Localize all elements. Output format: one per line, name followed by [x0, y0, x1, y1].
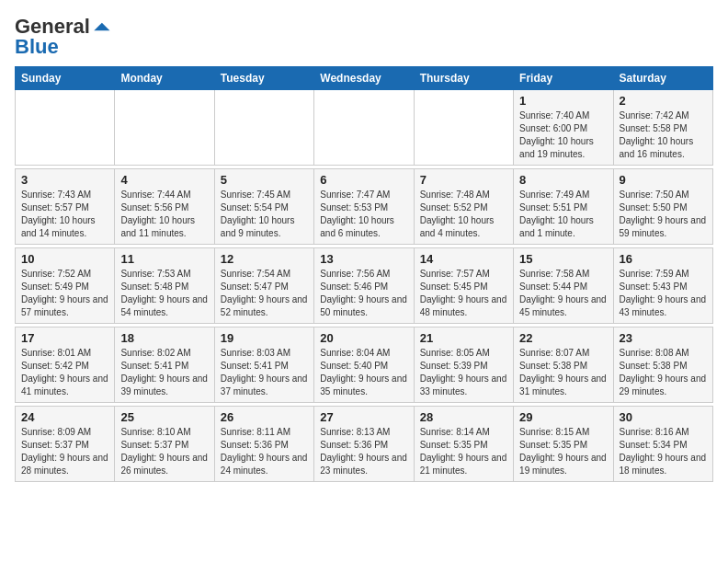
day-number: 27	[320, 410, 407, 424]
svg-marker-0	[94, 23, 109, 31]
day-cell: 5Sunrise: 7:45 AM Sunset: 5:54 PM Daylig…	[214, 169, 313, 245]
day-cell: 12Sunrise: 7:54 AM Sunset: 5:47 PM Dayli…	[214, 248, 313, 324]
day-number: 7	[420, 173, 507, 187]
day-info: Sunrise: 7:57 AM Sunset: 5:45 PM Dayligh…	[420, 268, 507, 319]
day-info: Sunrise: 8:05 AM Sunset: 5:39 PM Dayligh…	[420, 347, 507, 398]
day-info: Sunrise: 8:01 AM Sunset: 5:42 PM Dayligh…	[21, 347, 108, 398]
day-info: Sunrise: 7:52 AM Sunset: 5:49 PM Dayligh…	[21, 268, 108, 319]
col-header-thursday: Thursday	[414, 67, 513, 90]
day-info: Sunrise: 7:44 AM Sunset: 5:56 PM Dayligh…	[120, 189, 208, 240]
day-cell: 11Sunrise: 7:53 AM Sunset: 5:48 PM Dayli…	[115, 248, 214, 324]
day-cell: 21Sunrise: 8:05 AM Sunset: 5:39 PM Dayli…	[414, 327, 513, 403]
col-header-tuesday: Tuesday	[214, 67, 313, 90]
day-cell: 19Sunrise: 8:03 AM Sunset: 5:41 PM Dayli…	[214, 327, 313, 403]
day-info: Sunrise: 8:16 AM Sunset: 5:34 PM Dayligh…	[620, 426, 707, 477]
day-info: Sunrise: 8:04 AM Sunset: 5:40 PM Dayligh…	[320, 347, 407, 398]
day-number: 2	[620, 94, 707, 108]
col-header-friday: Friday	[514, 67, 613, 90]
day-info: Sunrise: 8:02 AM Sunset: 5:41 PM Dayligh…	[120, 347, 208, 398]
day-number: 15	[519, 252, 607, 266]
day-cell: 23Sunrise: 8:08 AM Sunset: 5:38 PM Dayli…	[613, 327, 712, 403]
week-row-3: 10Sunrise: 7:52 AM Sunset: 5:49 PM Dayli…	[16, 248, 713, 324]
day-number: 23	[620, 331, 707, 345]
logo: General Blue	[15, 15, 110, 59]
week-row-1: 1Sunrise: 7:40 AM Sunset: 6:00 PM Daylig…	[16, 90, 713, 166]
week-row-2: 3Sunrise: 7:43 AM Sunset: 5:57 PM Daylig…	[16, 169, 713, 245]
day-number: 4	[120, 173, 208, 187]
day-cell: 20Sunrise: 8:04 AM Sunset: 5:40 PM Dayli…	[314, 327, 414, 403]
day-info: Sunrise: 7:58 AM Sunset: 5:44 PM Dayligh…	[519, 268, 607, 319]
day-cell: 8Sunrise: 7:49 AM Sunset: 5:51 PM Daylig…	[514, 169, 613, 245]
day-number: 29	[519, 410, 607, 424]
day-info: Sunrise: 8:03 AM Sunset: 5:41 PM Dayligh…	[221, 347, 308, 398]
col-header-sunday: Sunday	[16, 67, 115, 90]
day-cell: 15Sunrise: 7:58 AM Sunset: 5:44 PM Dayli…	[514, 248, 613, 324]
day-info: Sunrise: 7:45 AM Sunset: 5:54 PM Dayligh…	[221, 189, 308, 240]
day-cell: 7Sunrise: 7:48 AM Sunset: 5:52 PM Daylig…	[414, 169, 513, 245]
day-info: Sunrise: 7:42 AM Sunset: 5:58 PM Dayligh…	[620, 109, 707, 161]
week-row-5: 24Sunrise: 8:09 AM Sunset: 5:37 PM Dayli…	[16, 407, 713, 482]
day-number: 30	[620, 410, 707, 424]
day-cell: 25Sunrise: 8:10 AM Sunset: 5:37 PM Dayli…	[115, 407, 214, 482]
day-cell: 26Sunrise: 8:11 AM Sunset: 5:36 PM Dayli…	[214, 407, 313, 482]
day-cell: 22Sunrise: 8:07 AM Sunset: 5:38 PM Dayli…	[514, 327, 613, 403]
day-cell: 24Sunrise: 8:09 AM Sunset: 5:37 PM Dayli…	[16, 407, 115, 482]
col-header-wednesday: Wednesday	[314, 67, 414, 90]
day-cell: 10Sunrise: 7:52 AM Sunset: 5:49 PM Dayli…	[16, 248, 115, 324]
day-number: 19	[221, 331, 308, 345]
calendar-table: SundayMondayTuesdayWednesdayThursdayFrid…	[15, 66, 713, 482]
day-cell: 17Sunrise: 8:01 AM Sunset: 5:42 PM Dayli…	[16, 327, 115, 403]
week-row-4: 17Sunrise: 8:01 AM Sunset: 5:42 PM Dayli…	[16, 327, 713, 403]
day-cell: 27Sunrise: 8:13 AM Sunset: 5:36 PM Dayli…	[314, 407, 414, 482]
day-number: 8	[519, 173, 607, 187]
day-number: 13	[320, 252, 407, 266]
day-info: Sunrise: 7:43 AM Sunset: 5:57 PM Dayligh…	[21, 189, 108, 240]
day-info: Sunrise: 7:49 AM Sunset: 5:51 PM Dayligh…	[519, 189, 607, 240]
day-number: 26	[221, 410, 308, 424]
day-cell: 6Sunrise: 7:47 AM Sunset: 5:53 PM Daylig…	[314, 169, 414, 245]
day-info: Sunrise: 7:56 AM Sunset: 5:46 PM Dayligh…	[320, 268, 407, 319]
day-number: 22	[519, 331, 607, 345]
logo-icon	[92, 21, 110, 32]
day-number: 9	[620, 173, 707, 187]
day-cell: 13Sunrise: 7:56 AM Sunset: 5:46 PM Dayli…	[314, 248, 414, 324]
day-info: Sunrise: 7:47 AM Sunset: 5:53 PM Dayligh…	[320, 189, 407, 240]
day-info: Sunrise: 8:08 AM Sunset: 5:38 PM Dayligh…	[620, 347, 707, 398]
day-info: Sunrise: 7:53 AM Sunset: 5:48 PM Dayligh…	[120, 268, 208, 319]
col-header-monday: Monday	[115, 67, 214, 90]
day-number: 1	[519, 94, 607, 108]
day-number: 17	[21, 331, 108, 345]
day-cell: 14Sunrise: 7:57 AM Sunset: 5:45 PM Dayli…	[414, 248, 513, 324]
day-cell: 4Sunrise: 7:44 AM Sunset: 5:56 PM Daylig…	[115, 169, 214, 245]
col-header-saturday: Saturday	[613, 67, 712, 90]
day-number: 11	[120, 252, 208, 266]
day-info: Sunrise: 7:48 AM Sunset: 5:52 PM Dayligh…	[420, 189, 507, 240]
day-cell	[115, 90, 214, 166]
day-cell: 28Sunrise: 8:14 AM Sunset: 5:35 PM Dayli…	[414, 407, 513, 482]
day-cell: 29Sunrise: 8:15 AM Sunset: 5:35 PM Dayli…	[514, 407, 613, 482]
day-cell: 3Sunrise: 7:43 AM Sunset: 5:57 PM Daylig…	[16, 169, 115, 245]
day-number: 6	[320, 173, 407, 187]
day-info: Sunrise: 8:14 AM Sunset: 5:35 PM Dayligh…	[420, 426, 507, 477]
day-cell	[16, 90, 115, 166]
day-number: 18	[120, 331, 208, 345]
day-cell: 16Sunrise: 7:59 AM Sunset: 5:43 PM Dayli…	[613, 248, 712, 324]
day-info: Sunrise: 8:13 AM Sunset: 5:36 PM Dayligh…	[320, 426, 407, 477]
day-info: Sunrise: 8:09 AM Sunset: 5:37 PM Dayligh…	[21, 426, 108, 477]
day-info: Sunrise: 7:40 AM Sunset: 6:00 PM Dayligh…	[519, 109, 607, 161]
day-cell: 1Sunrise: 7:40 AM Sunset: 6:00 PM Daylig…	[514, 90, 613, 166]
day-cell: 2Sunrise: 7:42 AM Sunset: 5:58 PM Daylig…	[613, 90, 712, 166]
day-number: 10	[21, 252, 108, 266]
day-cell: 9Sunrise: 7:50 AM Sunset: 5:50 PM Daylig…	[613, 169, 712, 245]
day-cell	[314, 90, 414, 166]
day-info: Sunrise: 8:07 AM Sunset: 5:38 PM Dayligh…	[519, 347, 607, 398]
day-number: 16	[620, 252, 707, 266]
day-number: 3	[21, 173, 108, 187]
day-cell	[214, 90, 313, 166]
day-cell: 30Sunrise: 8:16 AM Sunset: 5:34 PM Dayli…	[613, 407, 712, 482]
header: General Blue	[15, 15, 713, 59]
day-info: Sunrise: 7:59 AM Sunset: 5:43 PM Dayligh…	[620, 268, 707, 319]
day-number: 28	[420, 410, 507, 424]
day-number: 24	[21, 410, 108, 424]
logo-blue-text: Blue	[15, 35, 59, 59]
